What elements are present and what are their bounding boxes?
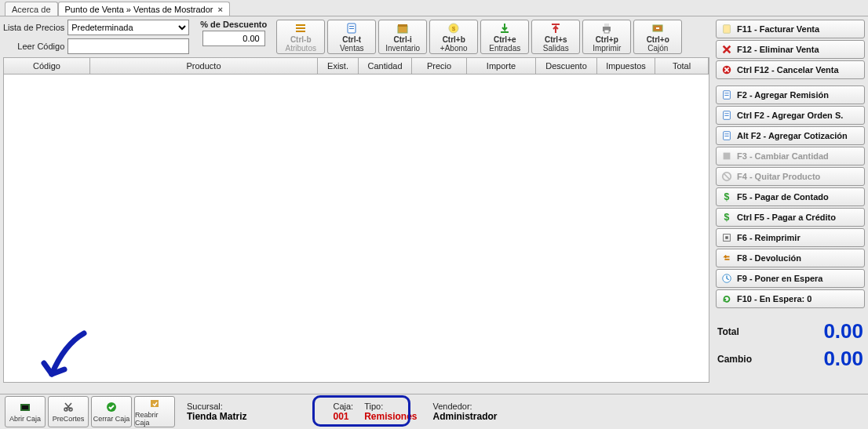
side-btn: F3 - Cambiar Cantidad	[716, 147, 865, 165]
bottom-btn-reabrir-caja[interactable]: Reabrir Caja	[134, 396, 175, 427]
dollar-icon: $	[721, 191, 732, 202]
toolbar-label: Ventas	[340, 44, 364, 53]
side-btn[interactable]: F6 - Reimprimir	[716, 228, 865, 247]
toolbar-key: Ctrl+p	[596, 35, 618, 44]
toolbar-btn-entradas[interactable]: Ctrl+eEntradas	[480, 20, 529, 54]
dollar-icon: $	[721, 212, 732, 223]
toolbar-label: Cajón	[647, 44, 668, 53]
svg-rect-1	[296, 27, 305, 29]
side-btn-label: F9 - Poner en Espera	[737, 274, 822, 283]
column-header[interactable]: Importe	[467, 58, 536, 74]
change-label: Cambio	[717, 354, 752, 365]
side-btn-label: F3 - Cambiar Cantidad	[737, 151, 829, 161]
side-btn-label: F5 - Pagar de Contado	[737, 192, 829, 202]
side-btn[interactable]: F11 - Facturar Venta	[716, 20, 865, 38]
column-header[interactable]: Exist.	[318, 58, 359, 74]
toolbar-key: Ctrl+b	[443, 35, 465, 44]
svg-rect-24	[724, 115, 728, 116]
total-label: Total	[717, 326, 739, 337]
tab-punto-de-venta[interactable]: Punto de Venta » Ventas de Mostrador ×	[58, 2, 230, 16]
column-header[interactable]: Descuento	[536, 58, 597, 74]
tab-bar: Acerca de Punto de Venta » Ventas de Mos…	[0, 0, 868, 16]
toolbar-label: Inventario	[385, 44, 420, 53]
bottom-btn-cerrar-caja[interactable]: Cerrar Caja	[91, 396, 132, 427]
side-btn[interactable]: Ctrl F12 - Cancelar Venta	[716, 60, 865, 79]
column-header[interactable]: Código	[4, 58, 90, 74]
svg-rect-6	[398, 26, 407, 33]
toolbar-btn-salidas[interactable]: Ctrl+sSalidas	[531, 20, 580, 54]
column-header[interactable]: Cantidad	[359, 58, 412, 74]
toolbar-label: +Abono	[440, 44, 468, 53]
return-icon	[721, 253, 732, 264]
price-list-label: Lista de Precios	[3, 23, 64, 32]
side-btn[interactable]: F2 - Agregar Remisión	[716, 85, 865, 104]
toolbar-label: Atributos	[286, 44, 316, 53]
discount-pct-value[interactable]: 0.00	[202, 31, 265, 46]
toolbar-btn-+abono[interactable]: $Ctrl+b+Abono	[429, 20, 478, 54]
side-btn-label: Ctrl F2 - Agregar Orden S.	[737, 111, 843, 120]
reopen-icon	[148, 397, 161, 411]
tipo-value: Remisiones	[364, 411, 417, 422]
tab-acerca-de[interactable]: Acerca de	[5, 2, 58, 16]
toolbar-btn-imprimir[interactable]: Ctrl+pImprimir	[582, 20, 631, 54]
bottom-btn-label: Reabrir Caja	[135, 411, 174, 427]
no-icon	[721, 171, 732, 182]
vendedor-value: Administrador	[433, 411, 498, 422]
svg-text:$: $	[724, 212, 730, 223]
tab-label: Acerca de	[12, 5, 51, 14]
reprint-icon	[721, 232, 732, 243]
toolbar-btn-ventas[interactable]: Ctrl-tVentas	[327, 20, 376, 54]
side-btn-label: F11 - Facturar Venta	[737, 24, 819, 34]
side-btn: F4 - Quitar Producto	[716, 167, 865, 186]
side-btn[interactable]: F8 - Devolución	[716, 249, 865, 267]
column-header[interactable]: Producto	[90, 58, 318, 74]
toolbar-key: Ctrl-i	[394, 35, 412, 44]
toolbar-label: Imprimir	[593, 44, 621, 53]
side-btn[interactable]: Alt F2 - Agregar Cotización	[716, 126, 865, 145]
toolbar-btn-cajón[interactable]: Ctrl+oCajón	[633, 20, 682, 54]
caja-value: 001	[333, 411, 353, 422]
toolbar-btn-atributos: Ctrl-bAtributos	[276, 20, 325, 54]
bottom-btn-label: Abrir Caja	[9, 415, 41, 423]
docy-icon	[721, 24, 732, 35]
side-btn[interactable]: F9 - Poner en Espera	[716, 269, 865, 288]
open-icon	[19, 401, 31, 415]
doc-icon	[721, 130, 732, 141]
side-btn[interactable]: F10 - En Espera: 0	[716, 289, 865, 308]
total-value: 0.00	[823, 319, 863, 344]
svg-rect-26	[724, 133, 728, 134]
side-btn-label: F12 - Eliminar Venta	[737, 45, 819, 54]
side-btn[interactable]: Ctrl F2 - Agregar Orden S.	[716, 106, 865, 125]
svg-rect-23	[724, 113, 728, 114]
side-btn[interactable]: F12 - Eliminar Venta	[716, 40, 865, 59]
column-header[interactable]: Total	[655, 58, 709, 74]
toolbar-key: Ctrl+s	[545, 35, 567, 44]
svg-rect-5	[349, 28, 354, 29]
tipo-label: Tipo:	[364, 402, 417, 411]
bottom-btn-abrir-caja[interactable]: Abrir Caja	[5, 396, 46, 427]
read-code-input[interactable]	[67, 38, 189, 54]
side-btn[interactable]: $F5 - Pagar de Contado	[716, 187, 865, 206]
close-icon[interactable]: ×	[218, 5, 223, 14]
svg-rect-7	[398, 24, 407, 27]
toolbar-btn-inventario[interactable]: Ctrl-iInventario	[378, 20, 427, 54]
svg-rect-0	[296, 24, 305, 26]
svg-rect-27	[724, 136, 728, 136]
svg-rect-17	[724, 25, 731, 34]
column-header[interactable]: Precio	[412, 58, 467, 74]
refresh-icon	[721, 293, 732, 304]
svg-rect-20	[724, 93, 728, 93]
change-value: 0.00	[823, 347, 863, 371]
side-btn-label: Ctrl F12 - Cancelar Venta	[737, 65, 839, 75]
toolbar-key: Ctrl-t	[342, 35, 361, 44]
price-list-select[interactable]: Predeterminada	[67, 20, 189, 35]
side-btn[interactable]: $Ctrl F5 - Pagar a Crédito	[716, 208, 865, 227]
bottom-btn-precortes[interactable]: PreCortes	[48, 396, 89, 427]
sucursal-value: Tienda Matriz	[187, 411, 246, 422]
svg-rect-35	[22, 405, 28, 409]
read-code-label: Leer Código	[3, 42, 64, 51]
column-header[interactable]: Impuestos	[597, 58, 655, 74]
toolbar-key: Ctrl+e	[494, 35, 516, 44]
grid-body[interactable]	[3, 75, 709, 383]
svg-rect-11	[552, 24, 560, 25]
